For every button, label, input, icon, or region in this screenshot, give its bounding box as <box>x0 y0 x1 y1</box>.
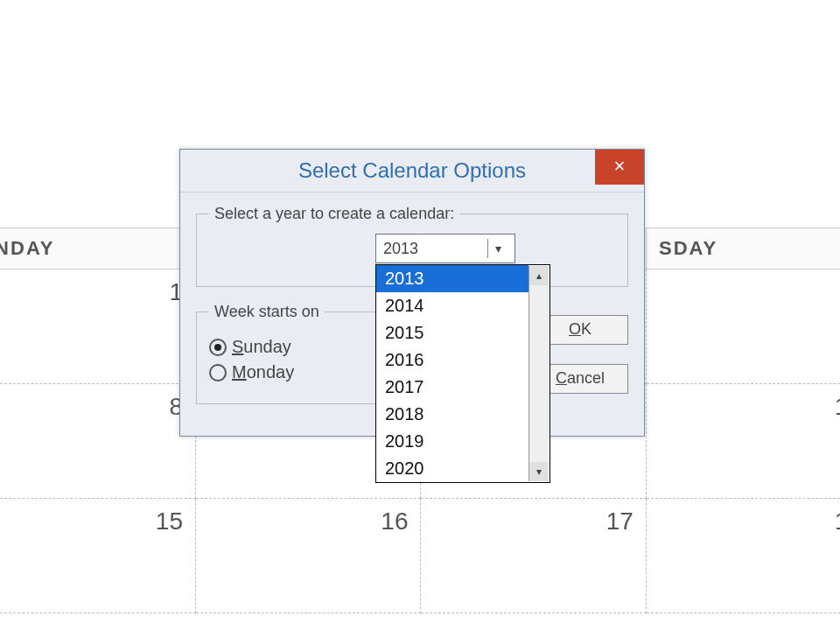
radio-monday-label: Monday <box>232 362 294 382</box>
year-group: Select a year to create a calendar: 2013… <box>196 205 628 287</box>
day-header: ONDAY <box>0 228 196 270</box>
day-cell[interactable]: 1 <box>0 270 196 384</box>
calendar-options-dialog: Select Calendar Options × Select a year … <box>179 149 645 437</box>
day-cell[interactable]: 11 <box>646 384 840 499</box>
day-cell[interactable]: 18 <box>646 499 840 613</box>
year-combobox-value: 2013 <box>383 240 487 258</box>
day-cell[interactable]: 17 <box>421 499 646 613</box>
close-button[interactable]: × <box>595 150 644 185</box>
cancel-button-label: Cancel <box>556 369 605 387</box>
ok-button-label: OK <box>569 320 592 338</box>
dialog-titlebar[interactable]: Select Calendar Options × <box>180 150 644 192</box>
day-cell[interactable]: 8 <box>0 384 196 499</box>
year-dropdown-list[interactable]: 2013 2014 2015 2016 2017 2018 2019 2020 … <box>375 264 550 483</box>
dropdown-scrollbar[interactable]: ▴ ▾ <box>528 266 549 481</box>
scroll-down-icon[interactable]: ▾ <box>529 462 549 481</box>
year-option[interactable]: 2014 <box>376 292 528 319</box>
year-group-legend: Select a year to create a calendar: <box>209 205 459 223</box>
chevron-down-icon: ▾ <box>487 239 508 258</box>
year-option[interactable]: 2016 <box>376 346 528 374</box>
year-option[interactable]: 2018 <box>376 401 528 428</box>
week-starts-legend: Week starts on <box>209 303 325 321</box>
year-option[interactable]: 2019 <box>376 428 528 455</box>
dialog-title: Select Calendar Options <box>298 150 526 192</box>
year-option[interactable]: 2013 <box>376 265 528 292</box>
year-option[interactable]: 2017 <box>376 374 528 401</box>
day-cell[interactable]: 15 <box>0 499 196 613</box>
radio-icon <box>209 364 227 382</box>
scroll-up-icon[interactable]: ▴ <box>529 266 549 285</box>
day-cell[interactable]: 4 <box>646 270 840 384</box>
year-combobox[interactable]: 2013 ▾ <box>375 234 515 263</box>
day-header: SDAY <box>646 228 840 270</box>
radio-icon <box>209 339 227 356</box>
day-cell[interactable]: 16 <box>196 499 421 613</box>
year-option[interactable]: 2020 <box>376 455 528 482</box>
close-icon: × <box>614 155 626 177</box>
year-option[interactable]: 2015 <box>376 319 528 346</box>
radio-sunday-label: Sunday <box>232 337 291 357</box>
